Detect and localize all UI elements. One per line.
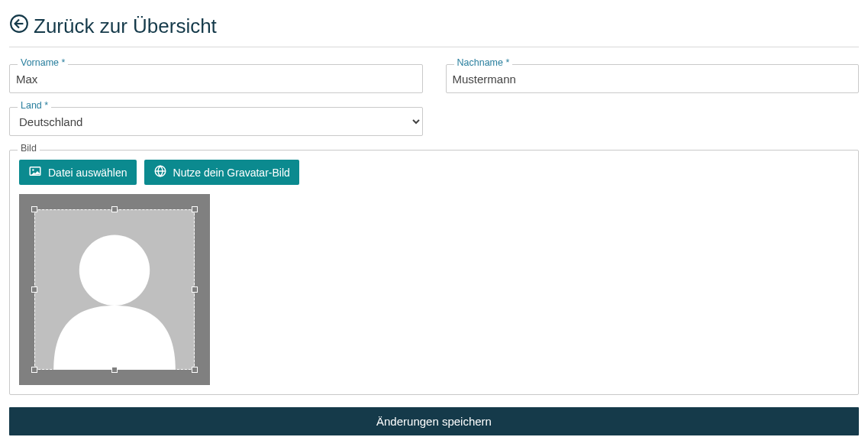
back-to-overview-link[interactable]: Zurück zur Übersicht [9, 14, 859, 39]
use-gravatar-button[interactable]: Nutze dein Gravatar-Bild [144, 160, 299, 185]
person-silhouette-icon [34, 209, 195, 370]
crop-handle-mid-right[interactable] [192, 286, 198, 293]
crop-handle-bottom-mid[interactable] [111, 367, 118, 373]
firstname-input[interactable] [10, 65, 422, 92]
crop-handle-mid-left[interactable] [31, 286, 37, 293]
firstname-label: Vorname * [18, 57, 68, 68]
divider [9, 47, 859, 47]
lastname-input[interactable] [447, 65, 859, 92]
arrow-left-circle-icon [9, 14, 29, 39]
lastname-field-wrapper: Nachname * [446, 64, 860, 93]
globe-icon [153, 164, 167, 180]
crop-handle-top-right[interactable] [192, 206, 198, 212]
firstname-field-wrapper: Vorname * [9, 64, 423, 93]
page-title: Zurück zur Übersicht [34, 15, 217, 38]
svg-point-4 [79, 235, 150, 306]
use-gravatar-label: Nutze dein Gravatar-Bild [173, 167, 290, 179]
avatar-placeholder [34, 209, 195, 370]
save-button-label: Änderungen speichern [376, 415, 492, 428]
country-select[interactable]: Deutschland [10, 108, 422, 135]
image-group-label: Bild [18, 143, 40, 154]
avatar-cropper[interactable] [19, 194, 210, 385]
crop-handle-top-left[interactable] [31, 206, 37, 212]
choose-file-button[interactable]: Datei auswählen [19, 160, 137, 185]
crop-handle-bottom-left[interactable] [31, 367, 37, 373]
svg-point-2 [32, 169, 34, 170]
country-label: Land * [18, 100, 51, 111]
country-field-wrapper: Land * Deutschland [9, 107, 423, 136]
save-button[interactable]: Änderungen speichern [9, 407, 859, 435]
image-icon [28, 164, 42, 180]
image-group: Bild Datei auswählen Nutze dein Gravatar… [9, 150, 859, 395]
lastname-label: Nachname * [454, 57, 513, 68]
choose-file-label: Datei auswählen [48, 167, 127, 179]
crop-handle-bottom-right[interactable] [192, 367, 198, 373]
crop-handle-top-mid[interactable] [111, 206, 118, 212]
